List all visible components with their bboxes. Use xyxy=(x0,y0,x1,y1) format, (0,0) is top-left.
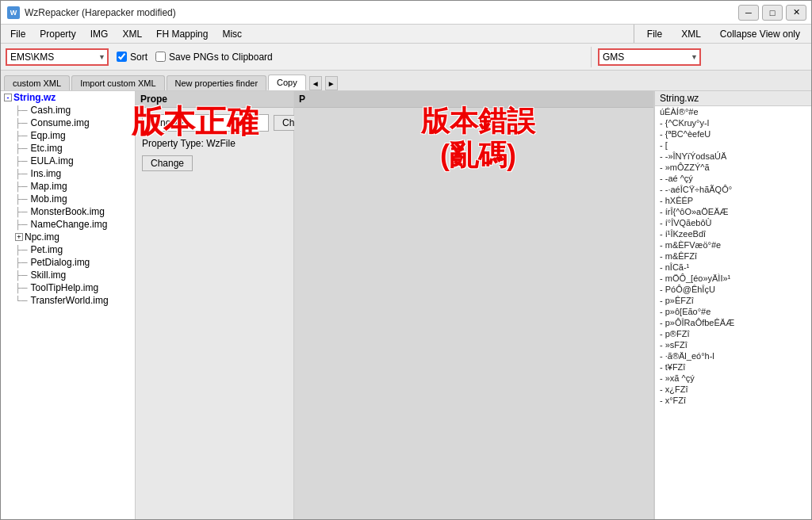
tree-label-eqp: Eqp.img xyxy=(31,130,66,141)
tree-item-ins[interactable]: ├─ Ins.img xyxy=(12,167,135,180)
tree-label-consume: Consume.img xyxy=(31,117,90,128)
right-tree-item-17[interactable]: - p»ÊFZî xyxy=(655,295,812,306)
right-tree-item-21[interactable]: - »sFZî xyxy=(655,339,812,350)
right-tree-item-1[interactable]: - {^CKruy°y-l xyxy=(655,117,812,128)
expand-root-icon[interactable]: - xyxy=(4,94,12,101)
sort-checkbox[interactable] xyxy=(117,52,127,62)
tab-custom-xml[interactable]: custom XML xyxy=(4,75,70,90)
tree-item-etc[interactable]: ├─ Etc.img xyxy=(12,142,135,155)
menu-left: File Property IMG XML FH Mapping Misc xyxy=(1,25,634,43)
tree-item-tooltiphelp[interactable]: ├─ ToolTipHelp.img xyxy=(12,281,135,294)
right-tree-item-0[interactable]: úÉÀÍ®°#e xyxy=(655,106,812,117)
menu-xml2[interactable]: XML xyxy=(675,27,707,41)
expand-npc-icon[interactable]: + xyxy=(15,233,23,241)
save-png-checkbox-label[interactable]: Save PNGs to Clipboard xyxy=(155,52,273,63)
sort-label: Sort xyxy=(130,52,147,63)
right-tree-item-16[interactable]: - PóÔ@ÊhÎçU xyxy=(655,284,812,295)
menu-property[interactable]: Property xyxy=(33,27,82,41)
close-button[interactable]: ✕ xyxy=(786,5,806,21)
tree-item-skill[interactable]: ├─ Skill.img xyxy=(12,269,135,281)
tree-item-eula[interactable]: ├─ EULA.img xyxy=(12,155,135,167)
app-icon: W xyxy=(7,6,20,19)
left-dropdown-wrapper: EMS\KMS GMS KMS TMS ▼ xyxy=(6,48,109,66)
tree-dash-skill: ├─ xyxy=(15,270,28,280)
tree-label-eula: EULA.img xyxy=(31,155,74,166)
right-tree-panel: String.wz úÉÀÍ®°#e- {^CKruy°y-l- {ªBC^èe… xyxy=(654,91,812,520)
menu-img[interactable]: IMG xyxy=(84,27,115,41)
tree-dash-tooltiphelp: ├─ xyxy=(15,283,28,292)
right-tree-item-9[interactable]: - írÎ{^ôO»aÖEÄÆ xyxy=(655,206,812,217)
right-tree-item-6[interactable]: - -aé ^çý xyxy=(655,173,812,184)
right-tree-item-11[interactable]: - í¹ÎKzeeBdî xyxy=(655,228,812,239)
tree-item-namechange[interactable]: ├─ NameChange.img xyxy=(12,218,135,231)
tree-item-npc[interactable]: + Npc.img xyxy=(12,231,135,243)
right-tree-item-19[interactable]: - p»ÔÎRaÔfbeÊÄÆ xyxy=(655,317,812,328)
tree-dash-map: ├─ xyxy=(15,182,28,191)
tree-item-transferworld[interactable]: └─ TransferWorld.img xyxy=(12,294,135,307)
filename-input[interactable] xyxy=(142,114,269,132)
right-tree-item-7[interactable]: - -·aéÎCŸ÷hãÃQÔ° xyxy=(655,184,812,195)
maximize-button[interactable]: □ xyxy=(762,5,783,21)
tab-nav-prev[interactable]: ◄ xyxy=(309,76,322,90)
title-bar-controls: ─ □ ✕ xyxy=(738,5,806,21)
minimize-button[interactable]: ─ xyxy=(738,5,759,21)
proptype-change-button[interactable]: Change xyxy=(142,155,193,171)
tree-item-eqp[interactable]: ├─ Eqp.img xyxy=(12,129,135,142)
tree-item-monsterbook[interactable]: ├─ MonsterBook.img xyxy=(12,205,135,218)
left-version-dropdown[interactable]: EMS\KMS GMS KMS TMS xyxy=(6,48,109,66)
tab-import-custom-xml[interactable]: Import custom XML xyxy=(71,75,164,90)
menu-xml[interactable]: XML xyxy=(116,27,148,41)
tab-copy[interactable]: Copy xyxy=(268,75,306,90)
menu-fh-mapping[interactable]: FH Mapping xyxy=(150,27,214,41)
tree-label-etc: Etc.img xyxy=(31,143,63,154)
tree-item-consume[interactable]: ├─ Consume.img xyxy=(12,117,135,129)
tree-dash-cash: ├─ xyxy=(15,105,28,115)
tree-label-namechange: NameChange.img xyxy=(31,219,108,230)
tree-item-pet[interactable]: ├─ Pet.img xyxy=(12,243,135,256)
right-tree-item-18[interactable]: - p»ô[Eão°#e xyxy=(655,306,812,317)
right-tree-item-2[interactable]: - {ªBC^èefeU xyxy=(655,128,812,140)
right-tree-item-8[interactable]: - hXÊÉP xyxy=(655,195,812,206)
right-tree-item-23[interactable]: - t¥FZî xyxy=(655,361,812,373)
menu-file[interactable]: File xyxy=(4,27,32,41)
tree-root[interactable]: - String.wz xyxy=(1,91,135,104)
tree-label-npc: Npc.img xyxy=(25,231,59,243)
tree-dash-mob: ├─ xyxy=(15,194,28,204)
right-version-dropdown[interactable]: GMS EMS\KMS KMS TMS xyxy=(598,48,701,66)
tree-dash-petdialog: ├─ xyxy=(15,258,28,267)
tab-new-properties-finder[interactable]: New properties finder xyxy=(167,75,267,90)
tree-dash-ins: ├─ xyxy=(15,169,28,178)
right-tree-item-22[interactable]: - ·ã®Äl_eó°h-l xyxy=(655,350,812,361)
right-tree-item-5[interactable]: - »mÔZZÝ^ã xyxy=(655,162,812,173)
right-tree-item-12[interactable]: - m&ÈFVæö°#e xyxy=(655,239,812,250)
tree-label-skill: Skill.img xyxy=(31,270,67,281)
tree-item-map[interactable]: ├─ Map.img xyxy=(12,180,135,193)
right-tree-item-26[interactable]: - x°FZî xyxy=(655,395,812,406)
menu-misc[interactable]: Misc xyxy=(216,27,248,41)
menu-collapse[interactable]: Collapse View only xyxy=(714,27,806,41)
tree-label-pet: Pet.img xyxy=(31,244,63,255)
window-title: WzRepacker (Harepacker modified) xyxy=(25,7,176,18)
right-tree-item-25[interactable]: - x¿FZî xyxy=(655,384,812,395)
title-bar-left: W WzRepacker (Harepacker modified) xyxy=(7,6,176,19)
right-tree-item-14[interactable]: - nÎCã-¹ xyxy=(655,262,812,273)
tree-item-mob[interactable]: ├─ Mob.img xyxy=(12,193,135,205)
right-tree-item-15[interactable]: - mÖÔ_[éo»yÄÌI»¹ xyxy=(655,273,812,284)
properties-header-label: Prope xyxy=(140,94,167,105)
sort-checkbox-label[interactable]: Sort xyxy=(117,52,147,63)
right-tree-item-24[interactable]: - »xã ^çý xyxy=(655,373,812,384)
tree-item-cash[interactable]: ├─ Cash.img xyxy=(12,104,135,117)
title-bar: W WzRepacker (Harepacker modified) ─ □ ✕ xyxy=(1,1,812,25)
tree-label-mob: Mob.img xyxy=(31,193,67,205)
menu-file2[interactable]: File xyxy=(641,27,668,41)
tab-nav-next[interactable]: ► xyxy=(325,76,338,90)
right-tree-item-4[interactable]: - -»ÎNYïÝodsaÚÄ xyxy=(655,151,812,162)
save-png-checkbox[interactable] xyxy=(155,52,166,62)
tree-dash-pet: ├─ xyxy=(15,245,28,254)
right-tree-item-10[interactable]: - í°ÎVQãebôÙ xyxy=(655,217,812,228)
right-tree-item-13[interactable]: - m&ÊFZî xyxy=(655,250,812,262)
proptype-label: Property Type: WzFile xyxy=(142,138,236,149)
tree-item-petdialog[interactable]: ├─ PetDialog.img xyxy=(12,256,135,269)
right-tree-item-20[interactable]: - p®FZî xyxy=(655,328,812,339)
right-tree-item-3[interactable]: - [ xyxy=(655,140,812,151)
